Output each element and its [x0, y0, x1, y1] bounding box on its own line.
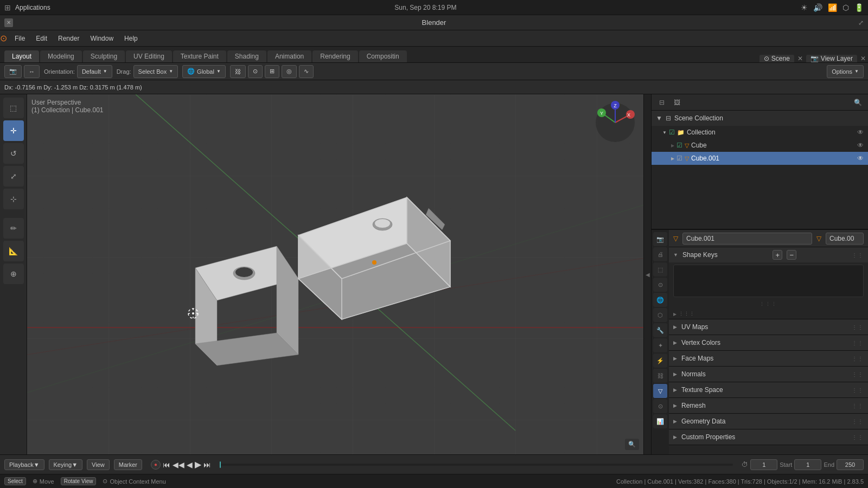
options-dropdown[interactable]: Options ▼ [827, 65, 864, 78]
view-layer-close-btn[interactable]: ✕ [858, 55, 868, 62]
uv-maps-header[interactable]: ▶ UV Maps ⋮⋮ [669, 319, 868, 335]
menu-edit[interactable]: Edit [30, 30, 53, 46]
record-btn[interactable]: ● [151, 460, 161, 470]
play-btn[interactable]: ▶ [195, 459, 201, 470]
keying-btn[interactable]: Keying ▼ [49, 459, 83, 470]
cube-checkbox[interactable]: ☑ [676, 142, 682, 149]
measure-tool-btn[interactable]: 📐 [3, 241, 24, 261]
prev-frame-btn[interactable]: ◀◀ [173, 460, 184, 469]
normals-header[interactable]: ▶ Normals ⋮⋮ [669, 367, 868, 382]
world-tab[interactable]: 🌐 [653, 293, 667, 307]
output-props-tab[interactable]: 🖨 [653, 247, 667, 261]
zoom-btn[interactable]: 🔍 [625, 439, 639, 450]
scale-tool-btn[interactable]: ⤢ [3, 166, 24, 187]
menu-window[interactable]: Window [85, 30, 119, 46]
cube001-item[interactable]: ▶ ☑ ▽ Cube.001 👁 [652, 152, 868, 165]
tab-texture-paint[interactable]: Texture Paint [173, 50, 226, 62]
tab-animation[interactable]: Animation [267, 50, 311, 62]
current-frame-input[interactable] [750, 459, 777, 470]
viewport-mode-btn[interactable]: 📷 [4, 65, 22, 78]
view-layer-tab[interactable]: ⬚ [653, 262, 667, 277]
physics-tab[interactable]: ⚡ [653, 354, 667, 368]
viewport-3d[interactable]: User Perspective (1) Collection | Cube.0… [27, 94, 643, 454]
object-tab[interactable]: ⬡ [653, 308, 667, 322]
proportional2-btn[interactable]: ∿ [299, 65, 314, 78]
skip-end-btn[interactable]: ⏭ [203, 460, 211, 469]
tab-modeling[interactable]: Modeling [40, 50, 82, 62]
scene-close-btn[interactable]: ✕ [795, 55, 805, 62]
orientation-dropdown[interactable]: Default ▼ [77, 65, 112, 78]
app-label[interactable]: Applications [15, 4, 50, 11]
marker-btn[interactable]: Marker [114, 459, 142, 470]
scene-collection-item[interactable]: ▼ ⊟ Scene Collection [652, 111, 868, 126]
tab-rendering[interactable]: Rendering [312, 50, 358, 62]
start-frame-input[interactable] [794, 459, 821, 470]
constraints-tab[interactable]: ⛓ [653, 369, 667, 383]
tab-layout[interactable]: Layout [4, 50, 39, 62]
end-frame-input[interactable] [837, 459, 864, 470]
skip-start-btn[interactable]: ⏮ [163, 460, 170, 469]
proportional-btn[interactable]: ◎ [282, 65, 297, 78]
scene-tab[interactable]: ⊙ [653, 278, 667, 292]
magnet-btn[interactable]: ⊙ [248, 65, 263, 78]
cube001-eye-icon[interactable]: 👁 [857, 155, 864, 162]
menu-render[interactable]: Render [53, 30, 85, 46]
cube-eye-icon[interactable]: 👁 [857, 142, 864, 149]
normals-section: ▶ Normals ⋮⋮ [669, 367, 868, 382]
title-expand-btn[interactable]: ⤢ [858, 19, 864, 27]
timeline-track[interactable] [220, 464, 733, 466]
snap-btn[interactable]: ⛓ [230, 65, 246, 78]
outliner-filter-icon[interactable]: 🔍 [852, 97, 864, 108]
vertex-colors-header[interactable]: ▶ Vertex Colors ⋮⋮ [669, 335, 868, 350]
tab-sculpting[interactable]: Sculpting [83, 50, 125, 62]
select-tool-btn[interactable]: ⬚ [3, 98, 24, 118]
annotate-tool-btn[interactable]: ✏ [3, 218, 24, 239]
object-data-tab[interactable]: 📊 [653, 414, 667, 428]
eye-icon[interactable]: 👁 [857, 129, 864, 136]
title-close-btn[interactable]: ✕ [4, 18, 13, 27]
context-icon: ⊙ [103, 478, 107, 485]
view-btn[interactable]: View [87, 459, 110, 470]
outliner-display-icon[interactable]: 🖼 [671, 97, 683, 108]
menu-help[interactable]: Help [119, 30, 143, 46]
panel-collapse-handle[interactable]: ◀ [643, 94, 651, 454]
shape-keys-add-btn[interactable]: + [773, 250, 782, 260]
material-tab[interactable]: ⊙ [653, 399, 667, 413]
cube001-checkbox[interactable]: ☑ [676, 155, 682, 162]
tab-shading[interactable]: Shading [227, 50, 266, 62]
add-tool-btn[interactable]: ⊕ [3, 264, 24, 284]
modifier-tab[interactable]: 🔧 [653, 323, 667, 337]
cube-item[interactable]: ▶ ☑ ▽ Cube 👁 [652, 139, 868, 152]
grid-btn[interactable]: ⊞ [265, 65, 279, 78]
view-layer-selector[interactable]: 📷 View Layer [806, 55, 857, 62]
scene-selector[interactable]: ⊙ Scene [760, 55, 794, 62]
face-maps-header[interactable]: ▶ Face Maps ⋮⋮ [669, 351, 868, 366]
transform-dropdown[interactable]: 🌐 Global ▼ [182, 65, 226, 78]
world-tab-icon: 🌐 [656, 297, 664, 304]
object-name-input[interactable] [682, 233, 812, 245]
nav-gizmo[interactable]: X Y Z [593, 101, 637, 146]
move-tool-btn[interactable]: ✛ [3, 120, 24, 141]
tab-uv-editing[interactable]: UV Editing [126, 50, 172, 62]
texture-space-header[interactable]: ▶ Texture Space ⋮⋮ [669, 382, 868, 397]
tab-compositing[interactable]: Compositin [359, 50, 407, 62]
remesh-header[interactable]: ▶ Remesh ⋮⋮ [669, 398, 868, 413]
modifier-name-input[interactable] [826, 233, 864, 245]
play-reverse-btn[interactable]: ◀ [187, 460, 193, 469]
outliner-view-icon[interactable]: ⊟ [656, 97, 668, 108]
transform-tool-btn[interactable]: ⊹ [3, 189, 24, 209]
coll-checkbox[interactable]: ☑ [669, 129, 675, 136]
menu-file[interactable]: File [9, 30, 30, 46]
collection-item[interactable]: ▼ ☑ 📁 Collection 👁 [652, 126, 868, 139]
rotate-tool-btn[interactable]: ↺ [3, 143, 24, 164]
playback-btn[interactable]: Playback ▼ [4, 459, 44, 470]
move-mode-btn[interactable]: ↔ [24, 65, 40, 78]
geometry-data-header[interactable]: ▶ Geometry Data ⋮⋮ [669, 414, 868, 429]
particles-tab[interactable]: ✦ [653, 338, 667, 352]
render-props-tab[interactable]: 📷 [653, 232, 667, 246]
custom-props-header[interactable]: ▶ Custom Properties ⋮⋮ [669, 429, 868, 445]
data-tab[interactable]: ▽ [653, 384, 667, 398]
shape-keys-header[interactable]: ▼ Shape Keys + − ⋮⋮ [669, 247, 868, 262]
shape-keys-minus-btn[interactable]: − [787, 250, 796, 260]
drag-dropdown[interactable]: Select Box ▼ [133, 65, 178, 78]
